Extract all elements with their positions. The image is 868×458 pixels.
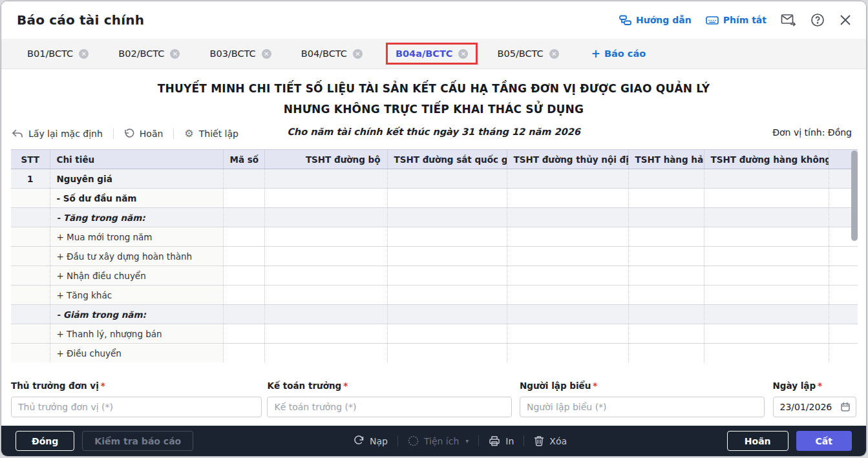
tab-close-icon[interactable]: ✕: [549, 49, 559, 59]
stt-cell: [11, 227, 50, 247]
row-label-cell: + Đầu tư xây dựng hoàn thành: [50, 247, 223, 266]
table-row: - Giảm trong năm:: [11, 305, 858, 324]
value-cell[interactable]: [628, 324, 704, 344]
value-cell[interactable]: [264, 266, 387, 286]
stt-cell: 1: [11, 169, 50, 189]
value-cell[interactable]: [829, 286, 858, 305]
tab-label: B03/BCTC: [209, 48, 255, 59]
value-cell[interactable]: [628, 344, 704, 363]
footer-bar: Đóng Kiểm tra báo cáo Nạp Tiện ích: [1, 426, 866, 456]
tab-b04-bctc[interactable]: B04/BCTC✕: [295, 44, 369, 63]
value-cell[interactable]: [264, 344, 387, 363]
value-cell[interactable]: [264, 247, 387, 266]
value-cell[interactable]: [829, 324, 858, 344]
table-row: - Số dư đầu năm: [11, 189, 858, 208]
value-cell[interactable]: [264, 227, 387, 247]
value-cell[interactable]: [264, 286, 387, 305]
help-icon[interactable]: [810, 13, 825, 27]
reload-button[interactable]: Nạp: [354, 435, 388, 446]
vertical-scrollbar[interactable]: [851, 151, 858, 241]
value-cell[interactable]: [704, 344, 829, 363]
tab-b01-bctc[interactable]: B01/BCTC✕: [21, 44, 95, 63]
value-cell[interactable]: [507, 266, 628, 286]
tab-label: B04/BCTC: [301, 48, 347, 59]
tab-b04a-bctc[interactable]: B04a/BCTC✕: [386, 43, 478, 65]
table-row: + Đầu tư xây dựng hoàn thành: [11, 247, 858, 266]
shortcut-link[interactable]: Phím tắt: [706, 15, 767, 25]
value-cell[interactable]: [264, 189, 387, 208]
tab-b03-bctc[interactable]: B03/BCTC✕: [203, 44, 277, 63]
value-cell[interactable]: [223, 266, 264, 286]
tab-close-icon[interactable]: ✕: [353, 49, 363, 59]
value-cell: [628, 305, 704, 324]
tab-close-icon[interactable]: ✕: [262, 49, 271, 59]
value-cell[interactable]: [387, 247, 507, 266]
tab-close-icon[interactable]: ✕: [79, 49, 89, 59]
value-cell[interactable]: [387, 324, 507, 344]
utilities-button[interactable]: Tiện ích ▾: [408, 435, 469, 446]
stt-cell: [11, 305, 50, 324]
save-button[interactable]: Cất: [796, 431, 852, 451]
tab-b02-bctc[interactable]: B02/BCTC✕: [112, 44, 186, 63]
value-cell[interactable]: [223, 286, 264, 305]
value-cell[interactable]: [628, 286, 704, 305]
value-cell[interactable]: [507, 247, 628, 266]
stt-cell: [11, 324, 50, 344]
chief-accountant-input[interactable]: [267, 397, 512, 417]
close-button[interactable]: Đóng: [16, 431, 74, 451]
value-cell[interactable]: [387, 266, 507, 286]
preparer-input[interactable]: [520, 397, 765, 417]
value-cell[interactable]: [628, 247, 704, 266]
value-cell[interactable]: [628, 266, 704, 286]
postpone-button[interactable]: Hoãn: [727, 431, 789, 451]
value-cell[interactable]: [223, 324, 264, 344]
tab-b05-bctc[interactable]: B05/BCTC✕: [491, 44, 565, 63]
tab-close-icon[interactable]: ✕: [170, 49, 180, 59]
feedback-icon[interactable]: [781, 14, 796, 26]
date-picker[interactable]: 23/01/2026: [773, 397, 856, 417]
tab-label: B05/BCTC: [497, 48, 543, 59]
value-cell[interactable]: [507, 286, 628, 305]
guide-icon: [619, 15, 631, 26]
value-cell[interactable]: [223, 344, 264, 363]
value-cell[interactable]: [387, 227, 507, 247]
value-cell[interactable]: [387, 286, 507, 305]
value-cell[interactable]: [628, 189, 704, 208]
value-cell[interactable]: [507, 344, 628, 363]
value-cell[interactable]: [704, 189, 829, 208]
value-cell[interactable]: [704, 324, 829, 344]
value-cell[interactable]: [829, 266, 858, 286]
value-cell[interactable]: [223, 247, 264, 266]
value-cell[interactable]: [829, 247, 858, 266]
currency-unit-text: Đơn vị tính: Đồng: [772, 127, 852, 138]
report-content: THUYẾT MINH CHI TIẾT SỐ LIỆU TÀI SẢN KẾT…: [1, 69, 866, 426]
tab-label: B02/BCTC: [118, 48, 164, 59]
check-report-button[interactable]: Kiểm tra báo cáo: [82, 431, 193, 451]
add-report-button[interactable]: +Báo cáo: [591, 47, 646, 60]
value-cell[interactable]: [223, 227, 264, 247]
required-asterisk: *: [101, 380, 105, 391]
value-cell: [507, 208, 628, 227]
print-button[interactable]: In: [489, 435, 514, 446]
value-cell[interactable]: [507, 227, 628, 247]
director-input[interactable]: [11, 397, 262, 417]
value-cell[interactable]: [704, 266, 829, 286]
value-cell[interactable]: [387, 189, 507, 208]
value-cell[interactable]: [704, 247, 829, 266]
value-cell[interactable]: [507, 189, 628, 208]
value-cell[interactable]: [223, 189, 264, 208]
value-cell[interactable]: [704, 286, 829, 305]
value-cell[interactable]: [628, 227, 704, 247]
guide-link[interactable]: Hướng dẫn: [619, 15, 692, 26]
column-header: STT: [11, 150, 50, 169]
value-cell[interactable]: [829, 344, 858, 363]
value-cell[interactable]: [704, 227, 829, 247]
value-cell[interactable]: [264, 324, 387, 344]
value-cell: [387, 305, 507, 324]
delete-button[interactable]: Xóa: [534, 435, 567, 446]
value-cell: [387, 208, 507, 227]
value-cell[interactable]: [507, 324, 628, 344]
tab-close-icon[interactable]: ✕: [458, 49, 468, 59]
close-icon[interactable]: [839, 14, 852, 26]
value-cell[interactable]: [387, 344, 507, 363]
